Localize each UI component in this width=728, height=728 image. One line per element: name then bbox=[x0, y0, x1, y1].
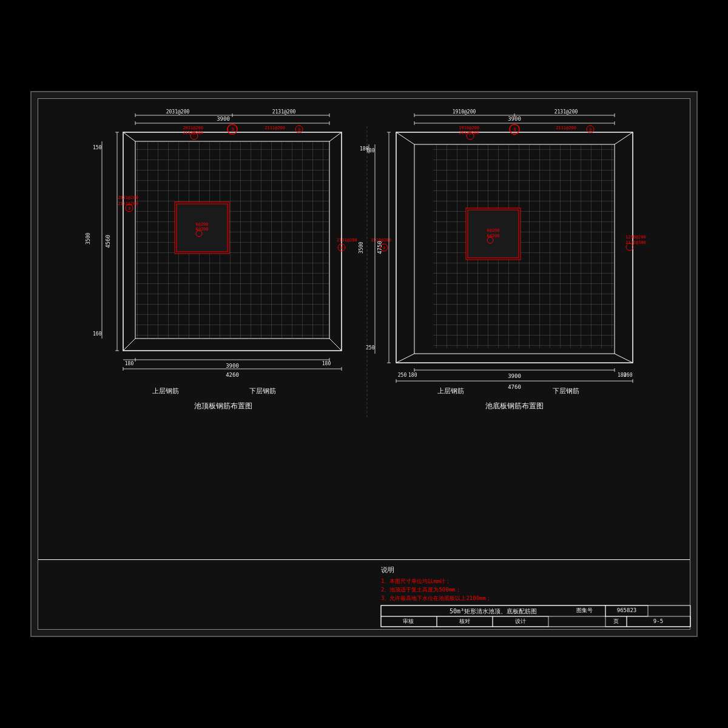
svg-text:2031@200: 2031@200 bbox=[183, 126, 203, 130]
svg-text:③: ③ bbox=[297, 127, 301, 132]
svg-text:180: 180 bbox=[125, 361, 134, 366]
svg-text:③: ③ bbox=[231, 127, 235, 132]
svg-text:1910@200: 1910@200 bbox=[459, 126, 479, 130]
note-3: 3、允许最高地下水位在池底板以上2100mm； bbox=[381, 595, 491, 601]
bottom-area: 说明 1、本图尺寸单位均以mm计； 2、池顶适于复土高度为500mm； 3、允许… bbox=[38, 559, 690, 629]
designer-label: 设计 bbox=[515, 618, 526, 624]
svg-text:150: 150 bbox=[93, 145, 102, 150]
svg-text:4260: 4260 bbox=[226, 372, 239, 378]
page-label: 页 bbox=[613, 618, 619, 624]
svg-text:3500: 3500 bbox=[359, 242, 364, 254]
svg-text:180: 180 bbox=[322, 361, 331, 366]
svg-text:③: ③ bbox=[340, 246, 343, 251]
notes-header: 说明 bbox=[381, 566, 394, 574]
svg-line-62 bbox=[396, 132, 414, 144]
right-lower-steel-label: 下层钢筋 bbox=[553, 387, 579, 395]
svg-line-65 bbox=[615, 354, 633, 363]
svg-text:6@200: 6@200 bbox=[487, 228, 499, 233]
note-1: 1、本图尺寸单位均以mm计； bbox=[381, 578, 451, 584]
svg-text:⑤: ⑤ bbox=[513, 127, 517, 132]
svg-text:③: ③ bbox=[127, 206, 131, 211]
svg-text:2131@300: 2131@300 bbox=[625, 240, 646, 245]
svg-text:3900: 3900 bbox=[508, 373, 521, 379]
svg-rect-4 bbox=[136, 142, 329, 338]
svg-text:3900: 3900 bbox=[226, 363, 239, 369]
svg-text:2131@200: 2131@200 bbox=[272, 109, 296, 115]
svg-text:2131@200: 2131@200 bbox=[554, 109, 578, 115]
checker-label: 核对 bbox=[459, 618, 470, 624]
right-upper-steel-label: 上层钢筋 bbox=[437, 387, 464, 395]
svg-line-7 bbox=[329, 132, 342, 141]
title-block: 50m³矩形清水池顶、底板配筋图 图集号 965823 审核 核对 设计 页 9… bbox=[381, 605, 690, 627]
svg-text:2131@200: 2131@200 bbox=[183, 130, 203, 135]
svg-text:180: 180 bbox=[408, 372, 417, 378]
left-height-dim: 4560 bbox=[105, 235, 111, 248]
drawing-number: 965823 bbox=[617, 607, 637, 613]
svg-line-6 bbox=[123, 132, 135, 141]
left-lower-steel-label: 下层钢筋 bbox=[249, 387, 276, 395]
svg-text:2131@200: 2131@200 bbox=[265, 126, 285, 130]
svg-text:4750: 4750 bbox=[377, 241, 383, 254]
svg-text:250: 250 bbox=[398, 372, 407, 378]
left-width-dim: 3900 bbox=[217, 116, 230, 122]
svg-text:3500: 3500 bbox=[86, 233, 91, 244]
svg-text:260: 260 bbox=[624, 372, 633, 378]
inner-frame: 3900 4560 2031@200 2131@200 ③ 2031@200 2… bbox=[38, 98, 690, 630]
svg-line-8 bbox=[123, 339, 135, 351]
svg-text:160: 160 bbox=[93, 331, 102, 337]
bottom-svg: 说明 1、本图尺寸单位均以mm计； 2、池顶适于复土高度为500mm； 3、允许… bbox=[44, 560, 699, 630]
svg-text:图集号: 图集号 bbox=[576, 607, 593, 613]
svg-line-64 bbox=[396, 354, 414, 363]
left-upper-steel-label: 上层钢筋 bbox=[152, 387, 179, 395]
svg-text:2131@200: 2131@200 bbox=[337, 238, 357, 243]
svg-text:3900: 3900 bbox=[508, 116, 521, 122]
svg-text:2031@200: 2031@200 bbox=[459, 130, 479, 135]
left-drawing-title: 池顶板钢筋布置图 bbox=[194, 402, 252, 410]
svg-line-9 bbox=[329, 339, 342, 351]
svg-text:6@200: 6@200 bbox=[195, 222, 208, 227]
outer-frame: 3900 4560 2031@200 2131@200 ③ 2031@200 2… bbox=[30, 91, 698, 637]
svg-text:1910@200: 1910@200 bbox=[453, 109, 476, 115]
page-number: 9-5 bbox=[653, 618, 663, 624]
svg-text:2031@200: 2031@200 bbox=[166, 109, 190, 115]
note-2: 2、池顶适于复土高度为500mm； bbox=[381, 587, 461, 593]
svg-text:2031@200: 2031@200 bbox=[118, 195, 138, 200]
svg-text:1290@200: 1290@200 bbox=[625, 235, 646, 240]
main-drawing: 3900 4560 2031@200 2131@200 ③ 2031@200 2… bbox=[44, 108, 699, 569]
svg-text:③: ③ bbox=[588, 127, 592, 132]
svg-text:2131@200: 2131@200 bbox=[556, 126, 576, 130]
svg-text:2131@200: 2131@200 bbox=[118, 201, 138, 206]
reviewer-label: 审核 bbox=[403, 618, 414, 624]
svg-text:180: 180 bbox=[360, 146, 369, 152]
drawing-title: 50m³矩形清水池顶、底板配筋图 bbox=[450, 608, 537, 615]
svg-text:4760: 4760 bbox=[508, 384, 521, 390]
svg-line-63 bbox=[615, 132, 633, 144]
right-drawing-title: 池底板钢筋布置图 bbox=[485, 402, 544, 410]
